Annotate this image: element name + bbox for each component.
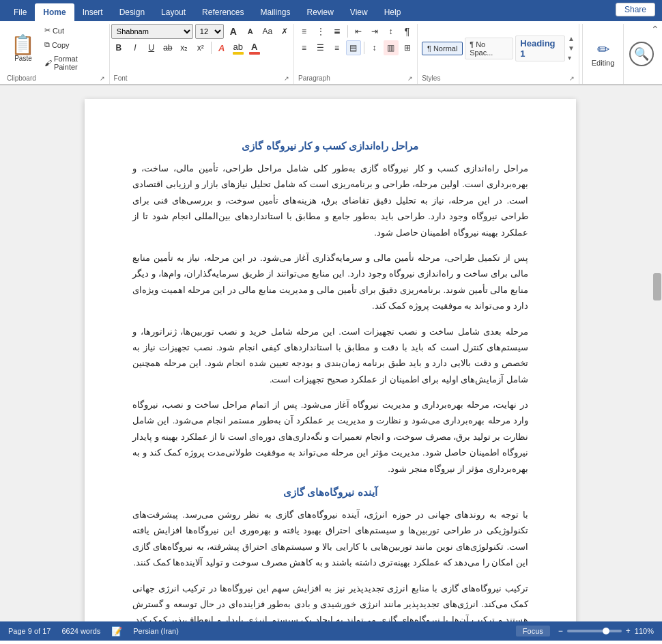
status-bar: Page 9 of 17 6624 words 📝 Persian (Iran)… bbox=[0, 621, 662, 641]
format-painter-button[interactable]: 🖌 Format Painter bbox=[41, 53, 105, 73]
style-nospace-preview: ¶ No Spac... bbox=[470, 40, 508, 57]
styles-scroll: ▲ ▼ ▾ bbox=[568, 34, 575, 63]
document-scroll-area[interactable]: مراحل راه‌اندازی کسب و کار نیروگاه گازی … bbox=[8, 85, 652, 621]
multilevel-list-button[interactable]: ≣ bbox=[330, 24, 345, 39]
font-expand-icon[interactable]: ↗ bbox=[284, 75, 289, 82]
doc-paragraph-3: مرحله بعدی شامل ساخت و نصب تجهیزات است. … bbox=[132, 324, 528, 388]
pencil-icon: ✏ bbox=[597, 41, 609, 59]
font-color-button[interactable]: A bbox=[247, 40, 262, 55]
tab-mailings[interactable]: Mailings bbox=[252, 3, 298, 21]
scrollbar-thumb[interactable] bbox=[653, 273, 661, 300]
tab-file[interactable]: File bbox=[5, 3, 35, 21]
align-row: ≡ ☰ ≡ ▤ ↕ ▥ ⊞ bbox=[297, 40, 415, 55]
style-no-space[interactable]: ¶ No Spac... bbox=[465, 38, 513, 59]
paragraph-group: ≡ ⋮ ≣ ⇤ ⇥ ↕ ¶ ≡ ☰ ≡ ▤ ↕ ▥ ⊞ Paragraph bbox=[294, 24, 418, 84]
numbering-button[interactable]: ⋮ bbox=[313, 24, 328, 39]
paragraph-expand-icon[interactable]: ↗ bbox=[407, 75, 413, 82]
clipboard-content: 📋 Paste ✂ Cut ⧉ Copy 🖌 Format Painter bbox=[7, 24, 105, 73]
clipboard-side: ✂ Cut ⧉ Copy 🖌 Format Painter bbox=[41, 24, 105, 73]
scrollbar-right[interactable] bbox=[652, 85, 662, 621]
styles-scroll-down[interactable]: ▼ bbox=[568, 44, 575, 53]
scissors-icon: ✂ bbox=[44, 26, 51, 35]
bold-button[interactable]: B bbox=[111, 40, 126, 55]
font-format-row: B I U ab x₂ x² A ab A bbox=[111, 40, 292, 55]
tab-help[interactable]: Help bbox=[376, 3, 409, 21]
cut-button[interactable]: ✂ Cut bbox=[41, 24, 105, 37]
list-row: ≡ ⋮ ≣ ⇤ ⇥ ↕ ¶ bbox=[297, 24, 415, 39]
tab-review[interactable]: Review bbox=[298, 3, 341, 21]
style-heading1[interactable]: Heading 1 bbox=[515, 36, 565, 61]
status-right: Focus − + 110% bbox=[516, 626, 654, 636]
ribbon: File Home Insert Design Layout Reference… bbox=[0, 0, 662, 21]
shading-button[interactable]: ▥ bbox=[384, 40, 399, 55]
align-center-button[interactable]: ☰ bbox=[313, 40, 328, 55]
tab-references[interactable]: References bbox=[194, 3, 252, 21]
copy-icon: ⧉ bbox=[44, 40, 50, 49]
ribbon-collapse-button[interactable]: ⌃ bbox=[651, 24, 659, 35]
clipboard-expand-icon[interactable]: ↗ bbox=[100, 75, 105, 82]
tab-design[interactable]: Design bbox=[111, 3, 153, 21]
font-size-select[interactable]: 12 10 11 14 16 bbox=[195, 24, 224, 39]
focus-button[interactable]: Focus bbox=[516, 626, 550, 636]
word-count-icon: 📝 bbox=[111, 626, 122, 636]
styles-group-label: Styles bbox=[422, 73, 440, 84]
increase-font-button[interactable]: A bbox=[226, 24, 241, 39]
sort-button[interactable]: ↕ bbox=[384, 24, 399, 39]
format-painter-label: Format Painter bbox=[54, 55, 102, 71]
tab-insert[interactable]: Insert bbox=[74, 3, 111, 21]
underline-button[interactable]: U bbox=[144, 40, 159, 55]
bullets-button[interactable]: ≡ bbox=[297, 24, 312, 39]
language-label: Persian (Iran) bbox=[133, 627, 179, 635]
font-group: Shabnam 12 10 11 14 16 A A Aa ✗ B I U ab bbox=[110, 24, 295, 84]
decrease-indent-button[interactable]: ⇤ bbox=[351, 24, 366, 39]
italic-button[interactable]: I bbox=[128, 40, 143, 55]
zoom-percent: 110% bbox=[635, 627, 654, 635]
styles-group: ¶ Normal ¶ No Spac... Heading 1 ▲ ▼ ▾ St… bbox=[418, 24, 579, 84]
text-effects-button[interactable]: A bbox=[214, 40, 229, 55]
ribbon-tab-bar: File Home Insert Design Layout Reference… bbox=[0, 0, 662, 21]
decrease-font-button[interactable]: A bbox=[243, 24, 258, 39]
font-name-select[interactable]: Shabnam bbox=[111, 24, 193, 39]
zoom-in-icon[interactable]: + bbox=[626, 626, 631, 636]
align-right-button[interactable]: ≡ bbox=[330, 40, 345, 55]
zoom-slider[interactable] bbox=[567, 630, 622, 632]
copy-button[interactable]: ⧉ Copy bbox=[41, 38, 105, 51]
show-formatting-button[interactable]: ¶ bbox=[400, 24, 415, 39]
change-case-button[interactable]: Aa bbox=[260, 24, 275, 39]
ribbon-body: 📋 Paste ✂ Cut ⧉ Copy 🖌 Format Painter C bbox=[0, 21, 662, 85]
document-container: مراحل راه‌اندازی کسب و کار نیروگاه گازی … bbox=[0, 85, 662, 621]
tab-home[interactable]: Home bbox=[35, 3, 74, 21]
styles-more[interactable]: ▾ bbox=[568, 53, 575, 63]
search-button[interactable]: 🔍 bbox=[629, 42, 654, 66]
page-info: Page 9 of 17 bbox=[8, 627, 51, 635]
paste-button[interactable]: 📋 Paste bbox=[7, 32, 40, 66]
section-heading-1: مراحل راه‌اندازی کسب و کار نیروگاه گازی bbox=[132, 140, 528, 152]
editing-section: ✏ Editing bbox=[582, 24, 623, 84]
justify-button[interactable]: ▤ bbox=[346, 40, 361, 55]
increase-indent-button[interactable]: ⇥ bbox=[367, 24, 382, 39]
tab-layout[interactable]: Layout bbox=[153, 3, 194, 21]
styles-scroll-up[interactable]: ▲ bbox=[568, 34, 575, 44]
styles-expand-icon[interactable]: ↗ bbox=[569, 75, 575, 82]
zoom-area: − + 110% bbox=[558, 626, 654, 636]
styles-content: ¶ Normal ¶ No Spac... Heading 1 ▲ ▼ ▾ bbox=[422, 24, 575, 73]
tab-view[interactable]: View bbox=[342, 3, 376, 21]
zoom-thumb[interactable] bbox=[603, 628, 609, 634]
zoom-out-icon[interactable]: − bbox=[558, 626, 563, 636]
style-normal[interactable]: ¶ Normal bbox=[422, 42, 463, 55]
align-left-button[interactable]: ≡ bbox=[297, 40, 312, 55]
superscript-button[interactable]: x² bbox=[193, 40, 208, 55]
copy-label: Copy bbox=[52, 41, 70, 49]
word-count: 6624 words bbox=[61, 627, 100, 635]
line-spacing-button[interactable]: ↕ bbox=[367, 40, 382, 55]
strikethrough-button[interactable]: ab bbox=[160, 40, 175, 55]
share-button[interactable]: Share bbox=[616, 3, 655, 16]
borders-button[interactable]: ⊞ bbox=[400, 40, 415, 55]
paste-icon: 📋 bbox=[11, 36, 35, 55]
clear-formatting-button[interactable]: ✗ bbox=[277, 24, 292, 39]
text-highlight-button[interactable]: ab bbox=[231, 40, 246, 55]
subscript-button[interactable]: x₂ bbox=[177, 40, 192, 55]
style-normal-preview: ¶ Normal bbox=[427, 44, 457, 53]
font-name-row: Shabnam 12 10 11 14 16 A A Aa ✗ bbox=[111, 24, 292, 39]
editing-label[interactable]: Editing bbox=[592, 59, 615, 67]
